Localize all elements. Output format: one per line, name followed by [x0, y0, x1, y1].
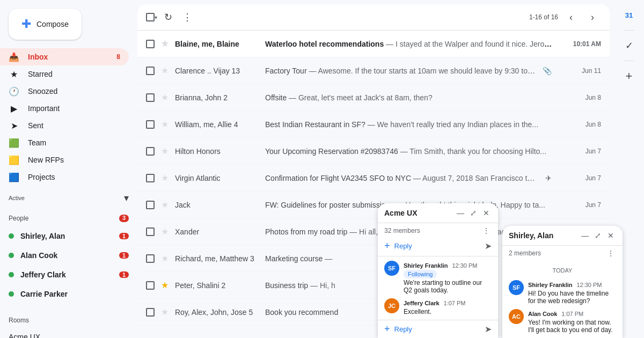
- chat-acme-msg-2: JC Jeffery Clark 1:07 PM Excellent.: [384, 298, 492, 315]
- chat-acme-msg-content-1: Shirley Franklin 12:30 PM Following We'r…: [404, 261, 492, 294]
- sidebar-item-snoozed[interactable]: 🕐 Snoozed: [0, 83, 129, 100]
- email-checkbox[interactable]: [146, 281, 155, 290]
- person-name-carrie-parker: Carrie Parker: [20, 290, 129, 298]
- chat-acme-minimize[interactable]: —: [455, 208, 466, 218]
- chat-acme-close[interactable]: ✕: [481, 208, 492, 218]
- email-attachment-icon: 📎: [543, 67, 552, 75]
- chat-shirley-expand[interactable]: ⤢: [592, 230, 603, 241]
- email-preview: — August 7, 2018 San Francisco to Au...: [413, 174, 539, 182]
- chat-shirley-avatar-2: AC: [509, 309, 524, 324]
- sidebar-item-inbox[interactable]: 📥 Inbox 8: [0, 48, 129, 65]
- compose-button[interactable]: ✚ Compose: [9, 9, 82, 40]
- email-from: Richard, me, Matthew 3: [175, 254, 261, 263]
- email-subject-preview: Confirmation for Flight VA2345 SFO to NY…: [265, 174, 539, 182]
- sidebar-item-label-snoozed: Snoozed: [28, 87, 57, 95]
- table-row[interactable]: ★ William, me, Allie 4 Best Indian Resta…: [137, 111, 610, 138]
- email-checkbox[interactable]: [146, 227, 155, 236]
- calendar-icon[interactable]: 31: [618, 4, 640, 26]
- sidebar-item-label-team: Team: [28, 138, 46, 147]
- email-date: Jun 8: [558, 121, 601, 128]
- email-subject: Offsite: [265, 93, 287, 102]
- chat-acme-bottom-add[interactable]: +: [384, 324, 390, 335]
- starred-icon: ★: [9, 69, 19, 79]
- sidebar-item-new-rfps[interactable]: 🟨 New RFPs: [0, 151, 129, 168]
- star-icon[interactable]: ★: [161, 173, 169, 183]
- prev-page-button[interactable]: ‹: [562, 9, 580, 26]
- select-all-checkbox[interactable]: ▾: [146, 13, 157, 21]
- email-subject: Business trip: [265, 281, 308, 290]
- chat-acme-bottom-reply-label[interactable]: Reply: [394, 325, 480, 333]
- table-row[interactable]: ★ Brianna, John 2 Offsite — Great, let's…: [137, 84, 610, 111]
- sidebar-item-team[interactable]: 🟩 Team: [0, 134, 129, 151]
- more-options-button[interactable]: ⋮: [179, 9, 196, 26]
- person-item-alan-cook[interactable]: Alan Cook 1: [0, 246, 137, 265]
- toolbar-left: ▾ ↻ ⋮: [146, 9, 525, 26]
- star-icon[interactable]: ★: [161, 280, 169, 290]
- person-item-shirley-alan[interactable]: Shirley, Alan 1: [0, 226, 137, 246]
- room-item-acme-ux[interactable]: Acme UX: [0, 328, 137, 338]
- star-icon[interactable]: ★: [161, 146, 169, 156]
- chat-acme-expand[interactable]: ⤢: [468, 208, 479, 218]
- email-checkbox[interactable]: [146, 120, 155, 129]
- star-icon[interactable]: ★: [161, 119, 169, 129]
- refresh-button[interactable]: ↻: [159, 9, 177, 26]
- chat-acme-more[interactable]: ⋮: [481, 225, 492, 236]
- table-row[interactable]: ★ Blaine, me, Blaine Waterloo hotel reco…: [137, 31, 610, 57]
- chat-acme-send-icon[interactable]: ➤: [485, 241, 492, 251]
- star-icon[interactable]: ★: [161, 65, 169, 76]
- sidebar-item-important[interactable]: ▶ Important: [0, 100, 129, 117]
- sidebar-item-sent[interactable]: ➤ Sent: [0, 117, 129, 134]
- email-subject: Factory Tour: [265, 67, 307, 75]
- star-icon[interactable]: ★: [161, 253, 169, 263]
- chat-shirley-minimize[interactable]: —: [580, 230, 590, 241]
- email-preview: — I stayed at the Walper and found it ni…: [386, 40, 554, 48]
- add-icon[interactable]: +: [618, 65, 640, 87]
- table-row[interactable]: ★ Clarence .. Vijay 13 Factory Tour — Aw…: [137, 57, 610, 84]
- table-row[interactable]: ★ Virgin Atlantic Confirmation for Fligh…: [137, 165, 610, 192]
- chat-acme-title: Acme UX: [384, 209, 451, 217]
- person-item-jeffery-clark[interactable]: Jeffery Clark 1: [0, 265, 137, 284]
- email-checkbox[interactable]: [146, 40, 155, 48]
- inbox-icon: 📥: [9, 52, 19, 62]
- email-checkbox[interactable]: [146, 147, 155, 156]
- email-checkbox[interactable]: [146, 254, 155, 263]
- rooms-list: Acme UXMarketing Super Bowl push: [0, 328, 137, 338]
- star-icon[interactable]: ★: [161, 92, 169, 102]
- chat-shirley-close[interactable]: ✕: [605, 230, 616, 241]
- chat-shirley-msg-header-1: Shirley Franklin 12:30 PM: [528, 280, 616, 289]
- chat-shirley-msg-header-2: Alan Cook 1:07 PM: [528, 309, 616, 318]
- email-from: Peter, Shalini 2: [175, 281, 261, 290]
- person-item-carrie-parker[interactable]: Carrie Parker: [0, 284, 137, 304]
- email-subject-preview: Best Indian Restaurant in SF? — We haven…: [265, 120, 554, 129]
- email-date: Jun 8: [558, 94, 601, 101]
- star-icon[interactable]: ★: [161, 226, 169, 237]
- email-checkbox[interactable]: [146, 67, 155, 75]
- email-checkbox[interactable]: [146, 201, 155, 209]
- chat-acme-bottom-send[interactable]: ➤: [485, 324, 492, 334]
- chat-shirley-more[interactable]: ⋮: [605, 248, 616, 259]
- next-page-button[interactable]: ›: [584, 9, 601, 26]
- email-checkbox[interactable]: [146, 308, 155, 317]
- email-subject: Photos from my road trip: [265, 227, 347, 236]
- tasks-icon[interactable]: ✓: [618, 35, 640, 56]
- sidebar-item-starred[interactable]: ★ Starred: [0, 65, 129, 83]
- email-checkbox[interactable]: [146, 93, 155, 102]
- chat-acme-text-2: Excellent.: [404, 308, 492, 315]
- email-checkbox[interactable]: [146, 174, 155, 182]
- chat-shirley-title: Shirley, Alan: [509, 231, 575, 240]
- star-icon[interactable]: ★: [161, 39, 169, 49]
- chat-acme-reply-bar: + Reply ➤: [378, 238, 498, 256]
- person-dot-carrie-parker: [9, 291, 14, 297]
- chat-acme-reply-label[interactable]: Reply: [394, 242, 480, 250]
- select-dropdown-arrow[interactable]: ▾: [155, 14, 157, 20]
- compose-label: Compose: [36, 20, 69, 28]
- chat-acme-add-icon[interactable]: +: [384, 240, 390, 252]
- table-row[interactable]: ★ Hilton Honors Your Upcoming Reservatio…: [137, 138, 610, 165]
- star-icon[interactable]: ★: [161, 200, 169, 210]
- new-rfps-icon: 🟨: [9, 155, 19, 165]
- star-icon[interactable]: ★: [161, 307, 169, 317]
- pagination-text: 1-16 of 16: [529, 13, 558, 21]
- sidebar-item-projects[interactable]: 🟦 Projects: [0, 168, 129, 186]
- expand-icon[interactable]: ▾: [124, 192, 129, 204]
- email-subject-preview: Waterloo hotel recommendations — I staye…: [265, 40, 554, 48]
